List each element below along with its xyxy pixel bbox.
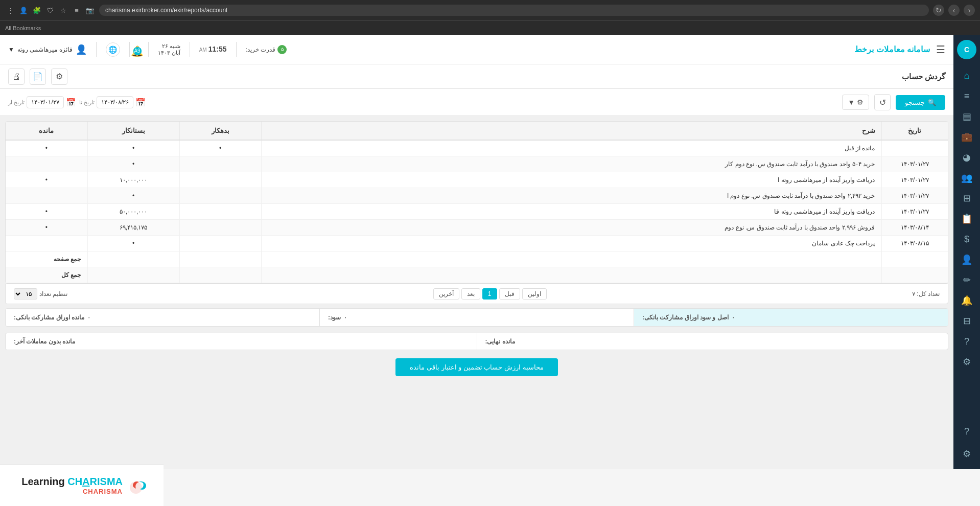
cell-debit: [179, 236, 261, 251]
sum-total-debit: [179, 267, 261, 283]
table-row: ۱۴۰۳/۰۱/۲۷دریافت واریز آینده از میرهاشمی…: [6, 172, 948, 188]
filter-button[interactable]: ⚙ ▼: [842, 95, 869, 110]
star-icon[interactable]: ☆: [58, 5, 68, 15]
buy-power-label: قدرت خرید:: [246, 46, 276, 53]
chart-bar-icon[interactable]: ▤: [956, 106, 977, 127]
cell-balance: [6, 156, 87, 172]
cell-desc: دریافت واریز آینده از میرهاشمی روته قا: [261, 204, 881, 220]
calendar-from-icon[interactable]: 📅: [66, 98, 76, 107]
page-size-label: تنظیم تعداد: [39, 290, 67, 297]
cell-date: ۱۴۰۳/۰۱/۲۷: [881, 156, 948, 172]
sum-total-desc: [261, 267, 881, 283]
main-wrapper: ☰ سامانه معاملات برخط ۵ قدرت خرید: AM 11…: [0, 35, 953, 469]
print-btn[interactable]: 🖨: [8, 68, 25, 85]
browser-toolbar-icons: 📷 ≡ ☆ 🛡 🧩 👤 ⋮: [5, 5, 95, 15]
total-count: تعداد کل: ۷: [912, 290, 940, 297]
camera-icon[interactable]: 📷: [85, 5, 95, 15]
export-btn[interactable]: 📄: [30, 68, 46, 85]
dropdown-icon: ▼: [8, 46, 14, 53]
list-icon[interactable]: ≡: [956, 86, 977, 106]
page-1-btn[interactable]: 1: [482, 288, 497, 300]
toolbar: 🖨 📄 ⚙ گردش حساب: [0, 64, 953, 89]
sidebar-logo[interactable]: C: [957, 40, 976, 59]
browser-chrome: ‹ › ↻ 📷 ≡ ☆ 🛡 🧩 👤 ⋮: [0, 0, 980, 20]
home-icon[interactable]: ⌂: [956, 65, 977, 86]
users-icon[interactable]: 👥: [956, 168, 977, 188]
table-header: تاریخ شرح بدهکار بستانکار مانده: [6, 122, 948, 140]
settings-icon[interactable]: ⚙: [956, 444, 977, 464]
final-balance-label: مانده نهایی:: [485, 338, 515, 345]
table-body: مانده از قبل•••۱۴۰۳/۰۱/۲۷خرید ۵۰۴ واحد ص…: [6, 140, 948, 251]
cell-date: ۱۴۰۳/۰۸/۱۵: [881, 236, 948, 251]
table-icon[interactable]: ⊞: [956, 188, 977, 209]
bell-icon[interactable]: 🔔: [956, 290, 977, 311]
svg-text:C: C: [964, 45, 969, 54]
table-row: ۱۴۰۳/۰۸/۱۴فروش ۲,۹۹۶ واحد صندوق با درآمد…: [6, 220, 948, 236]
cell-balance: •: [6, 220, 87, 236]
notification-count: A9: [133, 47, 142, 55]
sum-page-credit: [87, 251, 179, 267]
date-from-value[interactable]: ۱۴۰۳/۰۱/۲۷: [27, 96, 64, 108]
search-button[interactable]: 🔍 جستجو: [896, 95, 945, 110]
buy-power: ۵ قدرت خرید:: [246, 45, 287, 54]
menu-icon[interactable]: ⋮: [5, 5, 15, 15]
edit-icon[interactable]: ✏: [956, 270, 977, 290]
page-title: گردش حساب: [73, 72, 945, 81]
page-size-select[interactable]: تنظیم تعداد ۱۵ ۳۰ ۵۰: [14, 288, 67, 300]
briefcase-icon[interactable]: 💼: [956, 127, 977, 147]
forward-btn[interactable]: ›: [948, 5, 960, 16]
page-next-btn[interactable]: بعد: [461, 288, 480, 300]
page-prev-btn[interactable]: قبل: [499, 288, 520, 300]
settings-icon[interactable]: ⚙: [956, 352, 977, 372]
cell-date: [881, 140, 948, 156]
person-settings-icon[interactable]: 👤: [956, 249, 977, 270]
refresh-button[interactable]: ↺: [874, 94, 891, 110]
dollar-icon[interactable]: $: [956, 229, 977, 249]
profile-icon[interactable]: 👤: [18, 5, 29, 15]
language-btn[interactable]: 🌐: [106, 42, 120, 57]
col-header-debit: بدهکار: [179, 122, 261, 140]
bookmarks-bar: All Bookmarks: [0, 20, 980, 35]
filter-icon: ⚙: [857, 98, 864, 106]
calendar-to-icon[interactable]: 📅: [135, 98, 146, 107]
help-icon[interactable]: ?: [956, 421, 977, 442]
help-icon[interactable]: ?: [956, 331, 977, 352]
sum-total-date: [881, 267, 948, 283]
report-icon[interactable]: 📋: [956, 209, 977, 229]
time-display: 11:55: [208, 45, 227, 53]
am-pm-label: AM: [199, 47, 207, 53]
table-footer: تعداد کل: ۷ اولین قبل 1 بعد آخرین تنظیم …: [5, 284, 948, 304]
sidebar: C ⌂≡▤💼◕👥⊞📋$👤✏🔔⊟?⚙ ? ⚙: [953, 35, 980, 469]
cell-balance: •: [6, 172, 87, 188]
page-size-dropdown[interactable]: ۱۵ ۳۰ ۵۰: [14, 288, 37, 300]
reader-icon[interactable]: ≡: [72, 5, 82, 15]
pie-chart-icon[interactable]: ◕: [956, 147, 977, 168]
hamburger-btn[interactable]: ☰: [936, 43, 945, 56]
cell-debit: [179, 156, 261, 172]
back-btn[interactable]: ‹: [964, 5, 975, 16]
cell-credit: •: [87, 156, 179, 172]
extensions-icon[interactable]: 🧩: [32, 5, 42, 15]
bookmarks-label: All Bookmarks: [5, 25, 41, 31]
summary-cell-bond-total: ۰ اصل و سود اوراق مشارکت بانکی:: [634, 309, 948, 326]
filter-dropdown-icon: ▼: [848, 98, 855, 106]
date-to-value[interactable]: ۱۴۰۳/۰۸/۲۶: [97, 96, 134, 108]
url-bar[interactable]: [99, 5, 929, 16]
buy-power-icon: ۵: [277, 45, 287, 54]
page-first-btn[interactable]: اولین: [522, 288, 547, 300]
filter-bar: 🔍 جستجو ↺ ⚙ ▼ 📅 ۱۴۰۳/۰۸/۲۶ تاریخ تا 📅 ۱۴…: [0, 89, 953, 116]
cell-credit: ۵۰,۰۰۰,۰۰۰: [87, 204, 179, 220]
summary-row-2: مانده نهایی: مانده بدون معاملات آخر:: [6, 333, 948, 350]
profit-label: سود:: [328, 314, 341, 321]
grid-icon[interactable]: ⊟: [956, 311, 977, 331]
divider4: [129, 42, 130, 57]
summary-cell-final-balance: مانده نهایی:: [477, 333, 948, 350]
settings-filter-btn[interactable]: ⚙: [51, 68, 67, 85]
reload-btn[interactable]: ↻: [933, 5, 944, 16]
user-menu[interactable]: 👤 فائزه میرهاشمی روته ▼: [8, 44, 87, 55]
cell-date: ۱۴۰۳/۰۱/۲۷: [881, 188, 948, 204]
summary-cell-no-last-trades: مانده بدون معاملات آخر:: [6, 333, 477, 350]
shield-icon[interactable]: 🛡: [45, 5, 55, 15]
page-last-btn[interactable]: آخرین: [433, 288, 459, 300]
calc-button[interactable]: محاسبه ارزش حساب تضمین و اعتبار باقی مان…: [395, 358, 557, 376]
